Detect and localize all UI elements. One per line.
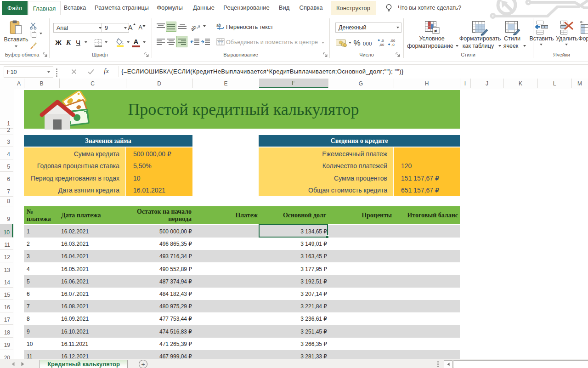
insert-cells-caret[interactable]	[540, 44, 543, 45]
merge-center-icon[interactable]	[216, 38, 225, 45]
orientation-icon[interactable]: ab	[191, 21, 201, 31]
align-bottom-icon[interactable]	[178, 23, 187, 30]
cell-num[interactable]: 5	[27, 275, 54, 288]
loan_info-value[interactable]: 651 157,67 ₽	[394, 184, 460, 196]
cell-date[interactable]: 16.09.2021	[61, 312, 116, 325]
schedule-header-num[interactable]: № платежа	[27, 208, 51, 223]
increase-decimal-icon[interactable]: ,0 ,00	[378, 38, 387, 47]
conditional-formatting-label-2[interactable]: форматирование	[406, 43, 454, 49]
schedule-row-11[interactable]: 1116.12.2021467 999,04 ₽3 281,33 ₽	[24, 350, 460, 359]
row-header-8[interactable]: 8	[0, 197, 13, 206]
delete-cells-caret[interactable]	[565, 44, 568, 45]
loan_info-value[interactable]: 151 157,67 ₽	[394, 172, 460, 184]
cell-principal[interactable]: 3 221,84 ₽	[259, 300, 327, 312]
insert-cells-icon[interactable]	[535, 21, 548, 34]
schedule-header-principal[interactable]: Основной долг	[258, 206, 326, 224]
cell-principal[interactable]: 3 192,51 ₽	[259, 275, 327, 288]
cell-num[interactable]: 1	[27, 225, 54, 238]
schedule-row-10[interactable]: 1016.11.2021471 265,39 ₽3 266,35 ₽	[24, 338, 460, 350]
column-header-C[interactable]: C	[59, 79, 126, 88]
schedule-row-3[interactable]: 316.04.2021493 716,34 ₽3 163,45 ₽	[24, 250, 460, 262]
cell-num[interactable]: 7	[27, 300, 54, 312]
increase-font-button[interactable]: А	[127, 23, 136, 32]
delete-cells-icon[interactable]	[560, 21, 574, 34]
cell-num[interactable]: 9	[27, 325, 54, 338]
loan_values-value[interactable]: 16.01.2021	[126, 184, 192, 196]
active-cell-selection[interactable]	[259, 224, 328, 238]
row-header-7[interactable]: 7	[0, 184, 13, 197]
cell-balance[interactable]: 484 182,43 ₽	[126, 288, 192, 300]
merge-dropdown-caret[interactable]	[322, 42, 324, 44]
italic-button[interactable]: К	[64, 38, 73, 47]
formula-input[interactable]: {=ЕСЛИОШИБКА(ЕСЛИ(КредитНеВыплачивается*…	[119, 66, 404, 77]
schedule-row-4[interactable]: 416.05.2021490 552,89 ₽3 177,95 ₽	[24, 263, 460, 275]
tab-design-contextual[interactable]: Конструктор	[331, 1, 376, 15]
tab-data[interactable]: Данные	[190, 0, 217, 15]
paste-icon[interactable]	[10, 20, 23, 35]
column-header-B[interactable]: B	[24, 79, 60, 88]
cell-date[interactable]: 16.12.2021	[61, 350, 116, 359]
font-size-combo[interactable]: 9	[102, 23, 129, 33]
decrease-indent-icon[interactable]	[190, 38, 200, 45]
cell-balance[interactable]: 487 374,94 ₽	[126, 275, 192, 288]
tab-formulas[interactable]: Формулы	[152, 0, 187, 15]
row-header-10[interactable]: 10	[0, 224, 13, 238]
namebox-resize-dots[interactable]	[56, 68, 57, 77]
loan_values-label[interactable]: Сумма кредита	[24, 147, 125, 160]
row-header-19[interactable]: 19	[0, 338, 13, 350]
schedule-row-8[interactable]: 816.09.2021477 753,44 ₽3 236,61 ₽	[24, 312, 460, 325]
cell-balance[interactable]: 496 865,35 ₽	[126, 238, 192, 250]
sheet-nav-next-icon[interactable]	[21, 362, 24, 366]
delete-cells-label[interactable]: Удалить	[553, 35, 581, 42]
loan_values-value[interactable]: 10	[126, 172, 192, 184]
cell-principal[interactable]: 3 251,45 ₽	[259, 325, 327, 338]
cell-date[interactable]: 16.08.2021	[61, 300, 116, 312]
cancel-icon[interactable]	[71, 69, 77, 74]
cell-date[interactable]: 16.10.2021	[61, 325, 116, 338]
fill-handle[interactable]	[326, 235, 329, 238]
cell-num[interactable]: 2	[27, 238, 54, 250]
borders-dropdown-caret[interactable]	[105, 41, 107, 43]
column-header-H[interactable]: H	[394, 79, 460, 88]
schedule-header-date[interactable]: Дата платежа	[61, 206, 101, 224]
copy-icon[interactable]	[29, 30, 37, 38]
paste-dropdown-caret[interactable]	[15, 45, 17, 47]
tabbar-resize-dots[interactable]	[437, 361, 439, 367]
tab-review[interactable]: Рецензирование	[218, 0, 275, 15]
cell-num[interactable]: 4	[27, 263, 54, 275]
column-header-M[interactable]: M	[571, 79, 588, 88]
align-left-icon[interactable]	[156, 38, 165, 45]
column-header-G[interactable]: G	[328, 79, 394, 88]
row-header-15[interactable]: 15	[0, 288, 13, 300]
format-as-table-icon[interactable]	[472, 21, 489, 36]
conditional-formatting-icon[interactable]: ≠	[425, 21, 440, 35]
loan_info-label[interactable]: Ежемесячный платеж	[259, 147, 393, 160]
loan_values-value[interactable]: 500 000,00 ₽	[126, 147, 192, 160]
row-header-16[interactable]: 16	[0, 300, 13, 312]
format-painter-icon[interactable]	[29, 41, 37, 49]
cell-balance[interactable]: 493 716,34 ₽	[126, 250, 192, 262]
cell-balance[interactable]: 474 516,83 ₽	[126, 325, 192, 338]
cell-styles-label-1[interactable]: Стили	[501, 35, 524, 42]
font-color-dropdown-caret[interactable]	[143, 41, 146, 43]
align-middle-icon[interactable]	[167, 23, 175, 30]
cell-balance[interactable]: 500 000,00 ₽	[126, 225, 192, 238]
schedule-row-1[interactable]: 116.02.2021500 000,00 ₽3 134,65 ₽	[24, 225, 460, 238]
cell-principal[interactable]: 3 177,95 ₽	[259, 263, 327, 275]
schedule-row-6[interactable]: 616.07.2021484 182,43 ₽3 207,14 ₽	[24, 288, 460, 300]
cell-styles-label-2[interactable]: ячеек	[499, 43, 522, 49]
borders-icon[interactable]	[94, 39, 102, 47]
cell-balance[interactable]: 477 753,44 ₽	[126, 312, 192, 325]
fill-color-icon[interactable]	[116, 38, 125, 47]
cut-icon[interactable]	[29, 23, 37, 30]
loan-values-header[interactable]: Значения займа	[24, 135, 192, 147]
column-header-F[interactable]: F	[259, 79, 328, 88]
cell-date[interactable]: 16.07.2021	[61, 288, 116, 300]
format-cells-label[interactable]: Фор	[578, 35, 588, 42]
schedule-header-balance[interactable]: Остаток на начало периода	[126, 208, 192, 223]
loan_values-value[interactable]: 5,50%	[126, 160, 192, 172]
loan_info-label[interactable]: Общая стоимость кредита	[259, 184, 393, 196]
align-right-icon[interactable]	[178, 38, 187, 45]
format-as-table-label-1[interactable]: Форматировать	[457, 35, 503, 42]
tab-page-layout[interactable]: Разметка страницы	[96, 0, 147, 15]
